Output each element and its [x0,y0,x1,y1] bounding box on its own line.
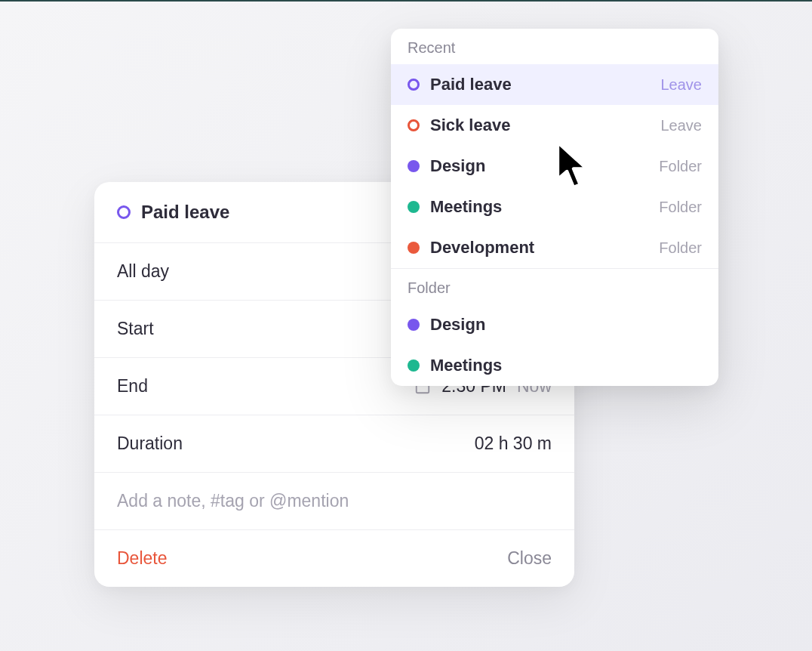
dropdown-item-folder[interactable]: Meetings [391,345,718,386]
dropdown-item-label: Development [430,238,648,258]
dropdown-item-label: Meetings [430,356,702,375]
entry-title: Paid leave [141,202,229,223]
dropdown-item-folder[interactable]: Design [391,304,718,345]
category-dot-icon [408,359,420,372]
dropdown-item-type: Folder [659,239,702,257]
category-dot-icon [408,119,420,131]
start-label: Start [117,319,154,339]
category-color-icon [117,205,131,219]
category-dot-icon [408,160,420,172]
category-dot-icon [408,319,420,331]
folder-section-label: Folder [391,269,718,304]
dropdown-item-label: Design [430,315,702,335]
top-border-line [0,0,812,2]
category-dot-icon [408,201,420,213]
category-dropdown: Recent Paid leaveLeaveSick leaveLeaveDes… [391,29,718,386]
dropdown-item-recent[interactable]: DevelopmentFolder [391,227,718,268]
all-day-label: All day [117,261,169,282]
folder-list: DesignMeetings [391,304,718,386]
close-button[interactable]: Close [507,548,552,569]
category-dot-icon [408,242,420,254]
dropdown-item-recent[interactable]: Sick leaveLeave [391,105,718,146]
dropdown-item-type: Folder [659,158,702,175]
recent-section-label: Recent [391,29,718,64]
recent-list: Paid leaveLeaveSick leaveLeaveDesignFold… [391,64,718,268]
category-dot-icon [408,79,420,91]
note-input[interactable]: Add a note, #tag or @mention [117,491,349,511]
dropdown-item-type: Folder [659,199,702,216]
duration-row[interactable]: Duration 02 h 30 m [94,415,574,472]
dropdown-item-type: Leave [661,76,703,94]
dropdown-item-recent[interactable]: Paid leaveLeave [391,64,718,105]
end-label: End [117,376,148,396]
dropdown-item-label: Design [430,156,648,176]
delete-button[interactable]: Delete [117,548,167,569]
dropdown-item-type: Leave [661,117,703,134]
note-row[interactable]: Add a note, #tag or @mention [94,472,574,529]
action-row: Delete Close [94,529,574,587]
dropdown-item-recent[interactable]: MeetingsFolder [391,187,718,227]
dropdown-item-label: Paid leave [430,75,651,94]
dropdown-item-label: Meetings [430,197,648,217]
duration-value: 02 h 30 m [475,433,552,454]
duration-label: Duration [117,433,183,454]
dropdown-item-recent[interactable]: DesignFolder [391,146,718,187]
dropdown-item-label: Sick leave [430,116,651,135]
